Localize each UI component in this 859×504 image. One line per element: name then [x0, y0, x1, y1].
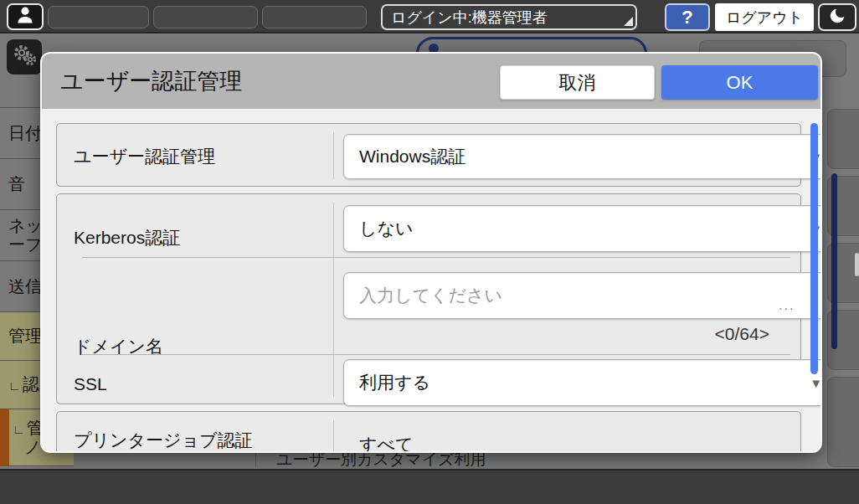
- logout-button[interactable]: ログアウト: [715, 3, 814, 31]
- dialog-title: ユーザー認証管理: [60, 66, 242, 96]
- function-tab-slot-1[interactable]: [48, 6, 149, 28]
- top-bar: ログイン中:機器管理者 ? ログアウト: [0, 0, 859, 33]
- login-status-button[interactable]: ログイン中:機器管理者: [381, 4, 637, 30]
- cancel-button[interactable]: 取消: [500, 65, 655, 100]
- kerberos-dropdown[interactable]: しない ▼: [343, 205, 822, 252]
- field-group-user-auth: ユーザー認証管理 Windows認証 ▼: [56, 123, 801, 187]
- dropdown-value: しない: [359, 217, 413, 240]
- energy-saver-button[interactable]: [818, 3, 856, 31]
- field-label: Kerberos認証: [74, 226, 180, 249]
- row-divider: [82, 354, 790, 355]
- user-button[interactable]: [7, 3, 44, 30]
- column-divider: [333, 420, 334, 453]
- field-group-printer-job-auth: プリンタージョブ認証 すべて: [56, 411, 801, 453]
- field-label: SSL: [74, 374, 107, 394]
- user-auth-management-dialog: ユーザー認証管理 取消 OK ユーザー認証管理 Windows認証 ▼ Kerb…: [40, 52, 822, 453]
- field-group-windows-auth-settings: Kerberos認証 しない ▼ ドメイン名 ... <0/64> SSL 利用…: [56, 193, 801, 404]
- dropdown-value: 利用する: [359, 371, 430, 394]
- dropdown-value: すべて: [359, 433, 413, 453]
- ok-button[interactable]: OK: [661, 65, 818, 100]
- field-label: ユーザー認証管理: [74, 145, 215, 168]
- chevron-down-icon: ▼: [810, 376, 822, 390]
- function-tab-slot-2[interactable]: [153, 6, 258, 28]
- user-auth-dropdown[interactable]: Windows認証 ▼: [343, 134, 822, 179]
- character-counter: <0/64>: [715, 324, 769, 344]
- function-tab-slot-3[interactable]: [262, 6, 367, 28]
- more-options-icon[interactable]: ...: [779, 298, 795, 313]
- dialog-scrollbar[interactable]: [810, 123, 818, 374]
- bottom-bar: 2023 / 05 / 19 15 : 44: [0, 469, 859, 504]
- domain-name-input[interactable]: [343, 272, 822, 319]
- person-icon: [16, 5, 34, 28]
- help-button[interactable]: ?: [665, 3, 710, 31]
- login-status-text: ログイン中:機器管理者: [391, 8, 548, 28]
- field-label: プリンタージョブ認証: [74, 429, 252, 452]
- screen-edge-handle[interactable]: [855, 253, 859, 276]
- ssl-dropdown[interactable]: 利用する ▼: [343, 359, 822, 406]
- column-divider: [333, 132, 334, 179]
- printer-job-auth-dropdown[interactable]: すべて: [343, 422, 822, 453]
- moon-icon: [828, 7, 846, 28]
- dropdown-value: Windows認証: [359, 145, 466, 168]
- screen: 日付 音 ネッ ーフ 送信 管理 ∟認 ∟管 ノ ユーザー別カスタマイズ利用 ユ…: [0, 0, 859, 504]
- corner-triangle-icon: [624, 17, 633, 26]
- row-divider: [82, 257, 790, 258]
- column-divider: [333, 203, 334, 397]
